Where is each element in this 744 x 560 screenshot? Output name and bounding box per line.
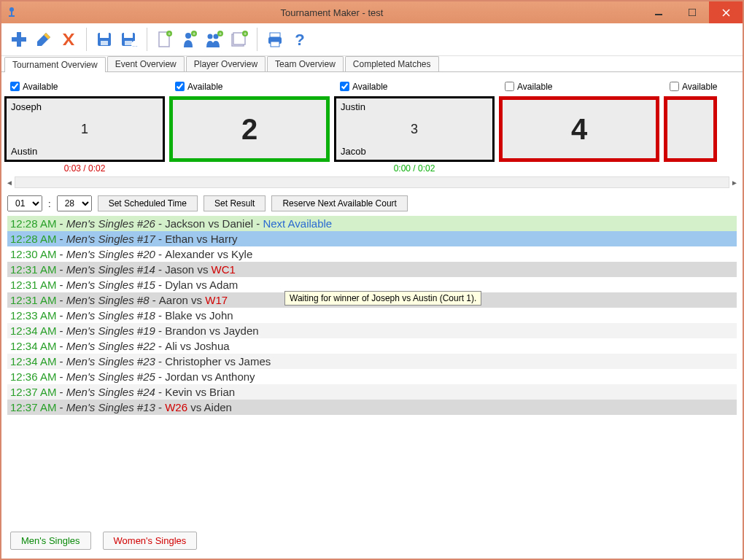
match-row[interactable]: 12:30 AM - Men's Singles #20 - Alexander… <box>7 246 737 262</box>
match-event: Men's Singles #22 <box>66 340 155 352</box>
toolbar-separator <box>147 28 147 51</box>
court-box[interactable]: Joseph1Austin <box>4 96 165 162</box>
match-row[interactable]: 12:33 AM - Men's Singles #18 - Blake vs … <box>7 308 737 323</box>
match-event: Men's Singles #8 <box>66 294 150 306</box>
match-players: Jason vs <box>165 263 211 276</box>
toolbar: … + + + + ? <box>1 23 743 56</box>
match-row[interactable]: 12:34 AM - Men's Singles #23 - Christoph… <box>7 354 737 369</box>
match-row[interactable]: 12:28 AM - Men's Singles #26 - Jackson v… <box>7 216 737 231</box>
tab-bar: Tournament Overview Event Overview Playe… <box>1 56 743 72</box>
new-doc-button[interactable]: + <box>153 28 177 51</box>
add-team-button[interactable]: + <box>203 28 226 51</box>
svg-text:+: + <box>193 31 195 36</box>
match-players: Alexander vs Kyle <box>165 248 252 260</box>
court-available-row: Available <box>4 78 165 96</box>
svg-rect-8 <box>12 37 26 42</box>
delete-button[interactable] <box>57 28 80 51</box>
court-available-checkbox[interactable] <box>340 82 349 91</box>
match-time: 12:30 AM <box>10 248 56 260</box>
court-available-label: Available <box>517 82 552 92</box>
add-player-button[interactable]: + <box>178 28 201 51</box>
court-available-checkbox[interactable] <box>10 82 20 91</box>
court-available-checkbox[interactable] <box>670 82 679 91</box>
svg-text:+: + <box>219 31 222 36</box>
save-as-button[interactable]: … <box>117 28 141 51</box>
match-event: Men's Singles #19 <box>66 324 155 337</box>
match-row[interactable]: 12:31 AM - Men's Singles #14 - Jason vs … <box>7 262 737 277</box>
edit-button[interactable] <box>32 28 55 51</box>
court-scrollbar[interactable]: ◄ ► <box>1 176 743 188</box>
court-number <box>667 100 713 158</box>
match-event: Men's Singles #24 <box>66 386 155 398</box>
add-event-button[interactable]: + <box>228 28 251 51</box>
match-wildcard: W17 <box>205 294 228 306</box>
court-timer <box>499 163 659 175</box>
womens-singles-button[interactable]: Women's Singles <box>103 532 198 550</box>
scroll-track[interactable] <box>15 176 729 188</box>
court-available-row: Available <box>334 78 495 96</box>
tab-event-overview[interactable]: Event Overview <box>107 56 185 71</box>
match-row[interactable]: 12:37 AM - Men's Singles #24 - Kevin vs … <box>7 384 737 400</box>
court-available-row: Available <box>169 78 330 96</box>
court-2[interactable]: Available2 <box>169 78 330 175</box>
match-list[interactable]: 12:28 AM - Men's Singles #26 - Jackson v… <box>7 216 737 524</box>
save-button[interactable] <box>93 28 116 51</box>
new-button[interactable] <box>7 28 31 51</box>
match-players: Aaron vs <box>159 294 205 306</box>
scroll-left-icon[interactable]: ◄ <box>4 177 15 187</box>
controls-row: 01 : 28 Set Scheduled Time Set Result Re… <box>1 192 743 214</box>
match-row[interactable]: 12:34 AM - Men's Singles #22 - Ali vs Jo… <box>7 338 737 354</box>
mens-singles-button[interactable]: Men's Singles <box>10 532 91 550</box>
minimize-button[interactable] <box>642 1 675 23</box>
match-time: 12:31 AM <box>10 294 56 306</box>
match-row[interactable]: 12:31 AM - Men's Singles #15 - Dylan vs … <box>7 277 737 292</box>
match-row[interactable]: 12:36 AM - Men's Singles #25 - Jordan vs… <box>7 369 737 384</box>
match-players: Blake vs John <box>165 309 233 322</box>
tab-player-overview[interactable]: Player Overview <box>186 56 266 71</box>
hour-select[interactable]: 01 <box>7 195 42 211</box>
match-time: 12:28 AM <box>10 233 56 245</box>
help-button[interactable]: ? <box>288 28 311 51</box>
match-time: 12:36 AM <box>10 370 56 383</box>
tab-completed-matches[interactable]: Completed Matches <box>345 56 439 71</box>
tab-tournament-overview[interactable]: Tournament Overview <box>4 57 106 72</box>
court-box[interactable] <box>664 96 717 162</box>
match-event: Men's Singles #15 <box>66 279 155 291</box>
svg-rect-10 <box>100 33 109 38</box>
close-button[interactable] <box>709 1 743 23</box>
svg-rect-3 <box>655 14 662 15</box>
court-timer: 0:03 / 0:02 <box>4 163 165 175</box>
match-event: Men's Singles #20 <box>66 248 155 260</box>
match-row[interactable]: 12:37 AM - Men's Singles #13 - W26 vs Ai… <box>7 400 737 415</box>
court-box[interactable]: Justin3Jacob <box>334 96 495 162</box>
court-5[interactable]: Available <box>664 78 717 175</box>
court-available-checkbox[interactable] <box>175 82 185 91</box>
app-window: Tournament Maker - test … + + + + ? Tour… <box>0 0 744 560</box>
court-timer <box>664 163 717 175</box>
minute-select[interactable]: 28 <box>57 195 92 211</box>
maximize-button[interactable] <box>675 1 709 23</box>
court-1[interactable]: AvailableJoseph1Austin0:03 / 0:02 <box>4 78 165 175</box>
toolbar-separator <box>257 28 257 51</box>
match-row[interactable]: 12:28 AM - Men's Singles #17 - Ethan vs … <box>7 231 737 246</box>
court-timer: 0:00 / 0:02 <box>334 163 495 175</box>
svg-text:?: ? <box>295 31 304 48</box>
set-scheduled-time-button[interactable]: Set Scheduled Time <box>98 195 198 211</box>
court-number: 3 <box>336 98 492 160</box>
scroll-right-icon[interactable]: ► <box>729 177 740 187</box>
court-box[interactable]: 2 <box>169 96 330 162</box>
court-available-checkbox[interactable] <box>505 82 514 91</box>
court-4[interactable]: Available4 <box>499 78 659 175</box>
court-box[interactable]: 4 <box>499 96 659 162</box>
print-button[interactable] <box>263 28 287 51</box>
court-available-label: Available <box>352 82 387 92</box>
match-time: 12:31 AM <box>10 279 56 291</box>
set-result-button[interactable]: Set Result <box>204 195 266 211</box>
match-time: 12:37 AM <box>10 401 56 413</box>
tab-team-overview[interactable]: Team Overview <box>267 56 344 71</box>
court-3[interactable]: AvailableJustin3Jacob0:00 / 0:02 <box>334 78 495 175</box>
reserve-court-button[interactable]: Reserve Next Available Court <box>271 195 408 211</box>
match-row[interactable]: 12:34 AM - Men's Singles #19 - Brandon v… <box>7 323 737 338</box>
time-colon: : <box>48 198 51 209</box>
match-players: Brandon vs Jayden <box>165 324 258 337</box>
